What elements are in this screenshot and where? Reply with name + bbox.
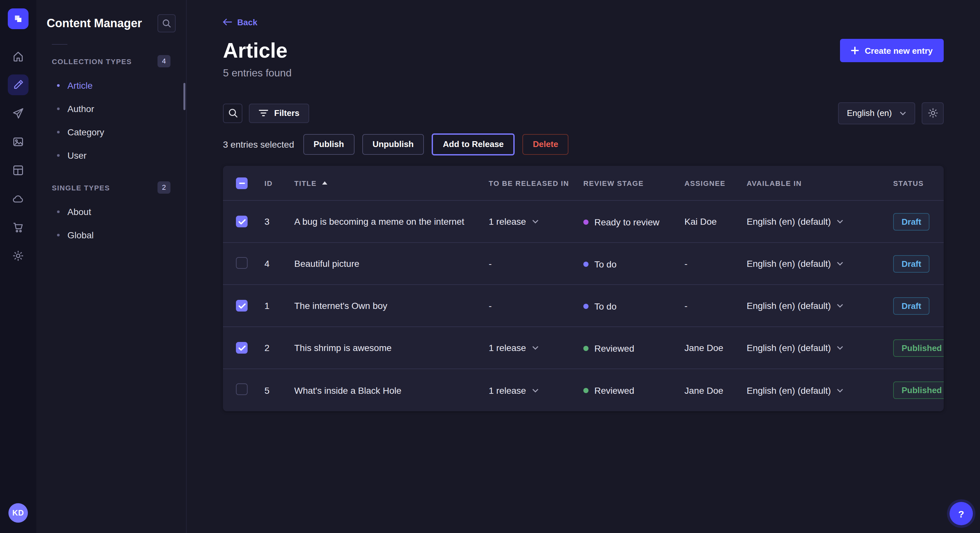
- row-assignee: -: [677, 243, 739, 285]
- available-in-dropdown[interactable]: English (en) (default): [747, 217, 843, 227]
- col-header-available-in: AVAILABLE IN: [739, 166, 885, 201]
- releases-icon[interactable]: [8, 103, 29, 124]
- available-in-dropdown[interactable]: English (en) (default): [747, 343, 843, 353]
- select-all-checkbox[interactable]: [236, 177, 248, 189]
- available-in-label: English (en) (default): [747, 385, 831, 395]
- row-id: 4: [257, 243, 286, 285]
- row-checkbox[interactable]: [236, 300, 248, 312]
- publish-button[interactable]: Publish: [303, 134, 354, 155]
- sidebar-item-article[interactable]: Article: [47, 74, 176, 97]
- arrow-left-icon: [223, 18, 232, 26]
- cloud-icon[interactable]: [8, 189, 29, 209]
- row-id: 5: [257, 369, 286, 411]
- col-header-status: STATUS: [885, 166, 944, 201]
- page-title: Article: [223, 39, 288, 63]
- subnav-search-button[interactable]: [158, 14, 176, 32]
- media-library-icon[interactable]: [8, 132, 29, 152]
- help-button[interactable]: ?: [950, 502, 973, 525]
- sidebar-item-about[interactable]: About: [47, 200, 176, 224]
- release-label: 1 release: [489, 385, 526, 395]
- release-dropdown[interactable]: 1 release: [489, 385, 538, 395]
- back-link[interactable]: Back: [223, 17, 257, 27]
- sidebar-item-label: User: [67, 150, 86, 160]
- filters-label: Filters: [274, 108, 299, 118]
- release-dropdown[interactable]: 1 release: [489, 217, 538, 227]
- content-type-builder-icon[interactable]: [8, 160, 29, 181]
- list-settings-button[interactable]: [922, 102, 944, 124]
- review-stage: Reviewed: [583, 385, 634, 396]
- release-label: 1 release: [489, 217, 526, 227]
- row-assignee: -: [677, 285, 739, 327]
- sidebar-item-label: Author: [67, 104, 94, 114]
- content-manager-icon[interactable]: [8, 75, 29, 95]
- check-icon: [238, 345, 245, 351]
- settings-gear-icon[interactable]: [8, 246, 29, 266]
- content-manager-subnav: Content Manager COLLECTION TYPES 4 Artic…: [36, 0, 187, 533]
- row-checkbox[interactable]: [236, 216, 248, 228]
- bullet-icon: [57, 211, 60, 213]
- table-row[interactable]: 5 What's inside a Black Hole 1 release R…: [223, 369, 944, 411]
- gear-icon: [927, 108, 938, 119]
- home-icon[interactable]: [8, 46, 29, 67]
- sidebar-item-label: About: [67, 206, 91, 217]
- row-id: 3: [257, 201, 286, 243]
- row-checkbox[interactable]: [236, 383, 248, 395]
- available-in-dropdown[interactable]: English (en) (default): [747, 385, 843, 395]
- bullet-icon: [57, 108, 60, 110]
- search-icon: [162, 19, 171, 28]
- status-badge: Draft: [893, 213, 930, 230]
- chevron-down-icon: [837, 304, 843, 308]
- marketplace-cart-icon[interactable]: [8, 217, 29, 238]
- stage-dot-icon: [583, 304, 589, 309]
- sidebar-item-global[interactable]: Global: [47, 224, 176, 247]
- single-types-section: SINGLE TYPES 2 About Global: [47, 181, 176, 247]
- review-stage: Reviewed: [583, 343, 634, 354]
- row-id: 2: [257, 327, 286, 369]
- sidebar-item-label: Global: [67, 230, 94, 240]
- stage-dot-icon: [583, 262, 589, 267]
- chevron-down-icon: [532, 346, 538, 350]
- section-label: COLLECTION TYPES: [52, 57, 132, 65]
- entries-count-text: 5 entries found: [223, 67, 944, 79]
- subnav-scrollbar[interactable]: [183, 83, 185, 110]
- row-title: Beautiful picture: [286, 243, 481, 285]
- available-in-label: English (en) (default): [747, 343, 831, 353]
- table-row[interactable]: 1 The internet's Own boy - To do - Engli…: [223, 285, 944, 327]
- back-label: Back: [237, 17, 257, 27]
- stage-label: Ready to review: [594, 217, 660, 227]
- available-in-dropdown[interactable]: English (en) (default): [747, 301, 843, 311]
- bullet-icon: [57, 84, 60, 87]
- sidebar-item-author[interactable]: Author: [47, 97, 176, 121]
- col-header-title[interactable]: TITLE: [286, 166, 481, 201]
- entries-table: ID TITLE TO BE RELEASED IN REVIEW STAGE …: [223, 166, 944, 411]
- status-badge: Published: [893, 381, 944, 399]
- locale-select[interactable]: English (en): [838, 102, 915, 124]
- table-row[interactable]: 2 This shrimp is awesome 1 release Revie…: [223, 327, 944, 369]
- delete-button[interactable]: Delete: [522, 134, 568, 155]
- create-new-entry-button[interactable]: Create new entry: [840, 39, 944, 62]
- chevron-down-icon: [837, 220, 843, 224]
- table-search-button[interactable]: [223, 104, 242, 123]
- available-in-dropdown[interactable]: English (en) (default): [747, 259, 843, 269]
- unpublish-button[interactable]: Unpublish: [362, 134, 424, 155]
- release-dropdown[interactable]: 1 release: [489, 343, 538, 353]
- row-checkbox[interactable]: [236, 257, 248, 269]
- bullet-icon: [57, 131, 60, 133]
- review-stage: Ready to review: [583, 217, 660, 227]
- sort-ascending-icon: [322, 181, 327, 185]
- add-to-release-button[interactable]: Add to Release: [432, 133, 515, 155]
- filters-button[interactable]: Filters: [249, 104, 309, 123]
- stage-label: To do: [594, 259, 617, 270]
- sidebar-item-user[interactable]: User: [47, 144, 176, 167]
- available-in-label: English (en) (default): [747, 301, 831, 311]
- table-row[interactable]: 4 Beautiful picture - To do - English (e…: [223, 243, 944, 285]
- strapi-logo[interactable]: [8, 8, 29, 29]
- selection-summary: 3 entries selected: [223, 139, 294, 150]
- available-in-label: English (en) (default): [747, 259, 831, 269]
- release-cell: -: [481, 243, 576, 285]
- table-row[interactable]: 3 A bug is becoming a meme on the intern…: [223, 201, 944, 243]
- user-avatar[interactable]: KD: [8, 503, 28, 523]
- sidebar-item-category[interactable]: Category: [47, 121, 176, 144]
- indeterminate-dash-icon: [239, 182, 245, 184]
- row-checkbox[interactable]: [236, 342, 248, 354]
